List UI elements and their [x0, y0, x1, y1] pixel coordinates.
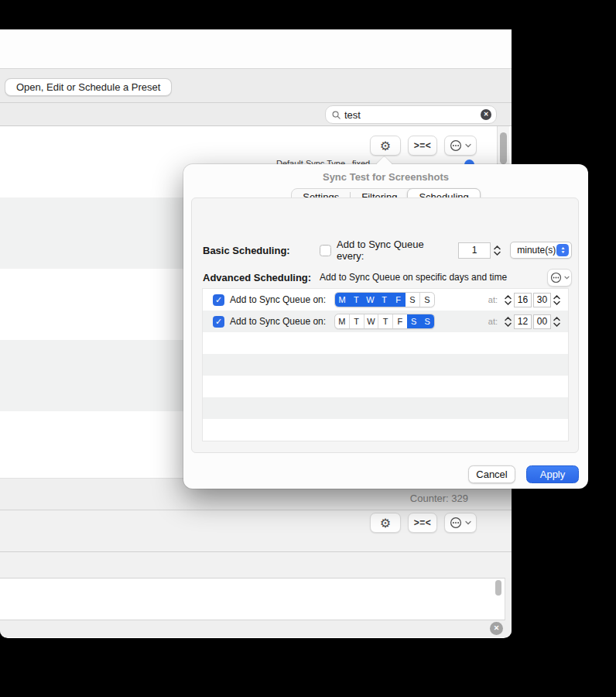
chevron-down-icon: [494, 251, 501, 256]
popover-footer: Cancel Apply: [468, 465, 579, 483]
settings-gear-button[interactable]: ⚙: [370, 136, 401, 156]
hour-stepper[interactable]: [503, 317, 513, 327]
advanced-options-button[interactable]: [547, 269, 572, 287]
schedule-empty-row[interactable]: [203, 419, 568, 441]
list-actions-toolbar-top: ⚙ >=<: [370, 136, 477, 156]
hour-field[interactable]: 16: [514, 293, 532, 307]
at-label: at:: [488, 295, 498, 304]
chevron-up-icon: [553, 317, 560, 321]
advanced-scheduling-row: Advanced Scheduling: Add to Sync Queue o…: [203, 268, 572, 287]
day-segment-wed[interactable]: W: [363, 293, 377, 307]
checkmark-icon: ✓: [215, 318, 222, 326]
chevron-up-icon: [553, 295, 560, 300]
popover-title: Sync Test for Screenshots: [183, 171, 588, 183]
notes-scrollbar-thumb[interactable]: [495, 580, 501, 596]
schedule-table: ✓ Add to Sync Queue on: M T W T F S S at…: [203, 289, 568, 441]
time-controls: at: 12 00: [488, 314, 562, 329]
list-actions-toolbar-bottom: ⚙ >=<: [0, 510, 512, 552]
hour-field[interactable]: 12: [514, 314, 532, 329]
compare-icon: >=<: [414, 517, 432, 528]
interval-unit-popup[interactable]: minute(s) ▲▼: [510, 242, 572, 259]
circle-ellipsis-icon: [450, 139, 462, 152]
interval-unit-value: minute(s): [517, 245, 556, 256]
schedule-empty-row[interactable]: [203, 376, 568, 397]
schedule-empty-row[interactable]: [203, 332, 568, 354]
day-segment-thu[interactable]: T: [378, 293, 392, 307]
time-controls: at: 16 30: [488, 293, 562, 307]
hour-stepper[interactable]: [503, 295, 513, 305]
basic-scheduling-checkbox[interactable]: ✓: [320, 245, 331, 256]
minute-field[interactable]: 00: [533, 314, 551, 329]
schedule-row-label: Add to Sync Queue on:: [230, 316, 326, 327]
search-clear-icon[interactable]: ✕: [481, 109, 491, 120]
cancel-button[interactable]: Cancel: [468, 465, 515, 483]
schedule-row-2-checkbox[interactable]: ✓: [213, 316, 224, 328]
minute-stepper[interactable]: [552, 317, 562, 327]
schedule-row-1: ✓ Add to Sync Queue on: M T W T F S S at…: [203, 289, 568, 311]
day-segment-wed[interactable]: W: [364, 314, 378, 328]
circle-ellipsis-icon: [550, 272, 562, 283]
day-segment-sun[interactable]: S: [419, 293, 434, 307]
minute-field[interactable]: 30: [533, 293, 551, 307]
open-edit-schedule-preset-button[interactable]: Open, Edit or Schedule a Preset: [5, 78, 172, 96]
compare-button[interactable]: >=<: [408, 136, 437, 156]
more-options-button-top[interactable]: [444, 136, 477, 156]
day-segment-mon[interactable]: M: [335, 293, 349, 307]
day-segment-fri[interactable]: F: [392, 293, 406, 307]
interval-stepper[interactable]: [492, 245, 502, 256]
day-segment-tue[interactable]: T: [349, 314, 364, 328]
chevron-down-icon: [505, 322, 512, 327]
search-field[interactable]: ✕: [325, 105, 497, 124]
day-segment-mon[interactable]: M: [335, 314, 349, 328]
compare-icon: >=<: [414, 140, 432, 151]
lower-panel-header: [0, 552, 512, 578]
advanced-scheduling-label: Advanced Scheduling:: [203, 272, 320, 283]
basic-scheduling-row: Basic Scheduling: ✓ Add to Sync Queue ev…: [203, 240, 572, 260]
chevron-down-icon: [465, 143, 471, 148]
gear-icon: ⚙: [380, 139, 391, 153]
checkmark-icon: ✓: [215, 296, 222, 304]
window-titlebar: [0, 29, 512, 69]
window-bottom-bar: ✕: [0, 620, 512, 637]
day-segment-sun[interactable]: S: [420, 314, 434, 328]
chevron-down-icon: [564, 276, 570, 280]
chevron-up-icon: [505, 317, 512, 321]
day-segmented-control: M T W T F S S: [334, 314, 435, 329]
day-segment-fri[interactable]: F: [392, 314, 407, 328]
schedule-row-1-checkbox[interactable]: ✓: [213, 294, 224, 306]
interval-value-field[interactable]: 1: [458, 242, 491, 259]
chevron-up-icon: [505, 295, 512, 300]
search-input[interactable]: [344, 109, 481, 121]
more-options-button-bottom[interactable]: [444, 513, 477, 533]
chevron-down-icon: [553, 300, 560, 305]
search-toolbar: ✕: [0, 103, 512, 126]
schedule-empty-row[interactable]: [203, 354, 568, 376]
chevron-down-icon: [505, 300, 512, 305]
minute-stepper[interactable]: [552, 295, 562, 305]
notes-panel: [0, 578, 512, 620]
chevron-down-icon: [465, 520, 471, 525]
day-segment-tue[interactable]: T: [349, 293, 363, 307]
settings-gear-button-bottom[interactable]: ⚙: [370, 513, 401, 533]
day-segment-thu[interactable]: T: [378, 314, 392, 328]
compare-button-bottom[interactable]: >=<: [408, 513, 437, 533]
day-segment-sat[interactable]: S: [406, 293, 419, 307]
circle-ellipsis-icon: [450, 517, 462, 529]
counter-label: Counter: 329: [410, 493, 468, 504]
day-segment-sat[interactable]: S: [407, 314, 421, 328]
gear-icon: ⚙: [380, 516, 391, 530]
popup-arrows-icon: ▲▼: [556, 244, 569, 256]
scrollbar-thumb[interactable]: [500, 132, 507, 164]
basic-scheduling-label: Basic Scheduling:: [203, 245, 320, 256]
close-panel-button[interactable]: ✕: [490, 622, 503, 635]
preset-toolbar: Open, Edit or Schedule a Preset: [0, 69, 512, 103]
chevron-up-icon: [494, 245, 501, 250]
schedule-row-label: Add to Sync Queue on:: [230, 294, 326, 305]
apply-button[interactable]: Apply: [526, 465, 579, 483]
scheduling-panel: Basic Scheduling: ✓ Add to Sync Queue ev…: [191, 197, 579, 453]
schedule-empty-row[interactable]: [203, 397, 568, 419]
advanced-scheduling-text: Add to Sync Queue on specific days and t…: [320, 272, 507, 283]
schedule-row-2: ✓ Add to Sync Queue on: M T W T F S S at…: [203, 311, 568, 332]
chevron-down-icon: [553, 322, 560, 327]
notes-textarea[interactable]: [0, 578, 505, 620]
